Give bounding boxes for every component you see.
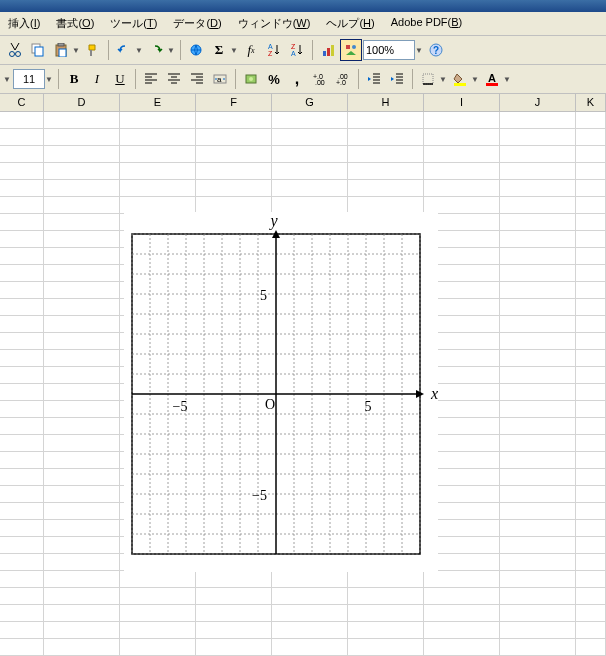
cell[interactable] [424,112,500,128]
cell[interactable] [576,622,606,638]
menu-format[interactable]: 書式(O) [52,14,98,33]
cell[interactable] [576,639,606,655]
cell[interactable] [576,554,606,570]
cell[interactable] [500,486,576,502]
borders-button[interactable] [417,68,439,90]
cell[interactable] [500,112,576,128]
align-left-button[interactable] [140,68,162,90]
col-header-F[interactable]: F [196,94,272,111]
cell[interactable] [576,571,606,587]
cell[interactable] [0,265,44,281]
cell[interactable] [0,214,44,230]
cell[interactable] [576,180,606,196]
comma-button[interactable]: , [286,68,308,90]
cell[interactable] [500,520,576,536]
cell[interactable] [0,197,44,213]
cell[interactable] [424,129,500,145]
cell[interactable] [196,197,272,213]
cell[interactable] [348,112,424,128]
merge-center-button[interactable]: a [209,68,231,90]
cell[interactable] [0,163,44,179]
cell[interactable] [0,520,44,536]
cell[interactable] [500,299,576,315]
menu-data[interactable]: データ(D) [169,14,225,33]
cell[interactable] [44,367,120,383]
cell[interactable] [576,367,606,383]
cell[interactable] [500,214,576,230]
cell[interactable] [0,418,44,434]
cell[interactable] [196,588,272,604]
cell[interactable] [44,452,120,468]
cell[interactable] [348,146,424,162]
cell[interactable] [500,452,576,468]
cell[interactable] [500,418,576,434]
cell[interactable] [272,622,348,638]
cell[interactable] [44,214,120,230]
menu-window[interactable]: ウィンドウ(W) [234,14,315,33]
cell[interactable] [500,588,576,604]
cell[interactable] [576,418,606,434]
cell[interactable] [0,588,44,604]
cell[interactable] [196,163,272,179]
cell[interactable] [500,537,576,553]
help-button[interactable]: ? [425,39,447,61]
cell[interactable] [272,129,348,145]
cell[interactable] [44,605,120,621]
cell[interactable] [500,622,576,638]
cell[interactable] [0,180,44,196]
cell[interactable] [0,503,44,519]
font-size-combo[interactable]: 11 [13,69,45,89]
menu-tools[interactable]: ツール(T) [106,14,161,33]
undo-button[interactable] [113,39,135,61]
cell[interactable] [500,333,576,349]
cell[interactable] [500,163,576,179]
cell[interactable] [0,639,44,655]
cell[interactable] [576,248,606,264]
col-header-D[interactable]: D [44,94,120,111]
bold-button[interactable]: B [63,68,85,90]
cell[interactable] [44,418,120,434]
cell[interactable] [500,384,576,400]
cell[interactable] [44,299,120,315]
col-header-I[interactable]: I [424,94,500,111]
cell[interactable] [500,197,576,213]
cell[interactable] [44,129,120,145]
cell[interactable] [500,129,576,145]
cell[interactable] [0,537,44,553]
cell[interactable] [424,622,500,638]
cell[interactable] [348,197,424,213]
cell[interactable] [576,452,606,468]
cell[interactable] [0,350,44,366]
zoom-dropdown[interactable]: ▼ [414,39,424,61]
cell[interactable] [196,146,272,162]
currency-button[interactable] [240,68,262,90]
col-header-E[interactable]: E [120,94,196,111]
cell[interactable] [120,605,196,621]
cell[interactable] [120,571,196,587]
cell[interactable] [120,112,196,128]
cell[interactable] [576,537,606,553]
cell[interactable] [120,180,196,196]
cell[interactable] [500,639,576,655]
cell[interactable] [348,163,424,179]
cell[interactable] [500,282,576,298]
cell[interactable] [576,333,606,349]
cell[interactable] [576,197,606,213]
cell[interactable] [44,486,120,502]
cell[interactable] [576,350,606,366]
redo-button[interactable] [145,39,167,61]
cell[interactable] [0,112,44,128]
cell[interactable] [44,384,120,400]
cell[interactable] [576,214,606,230]
cell[interactable] [576,486,606,502]
cell[interactable] [348,588,424,604]
undo-dropdown[interactable]: ▼ [134,39,144,61]
col-header-C[interactable]: C [0,94,44,111]
cell[interactable] [44,265,120,281]
cell[interactable] [576,163,606,179]
cell[interactable] [272,180,348,196]
paste-button[interactable] [50,39,72,61]
cell[interactable] [0,605,44,621]
cell[interactable] [348,129,424,145]
cell[interactable] [272,588,348,604]
